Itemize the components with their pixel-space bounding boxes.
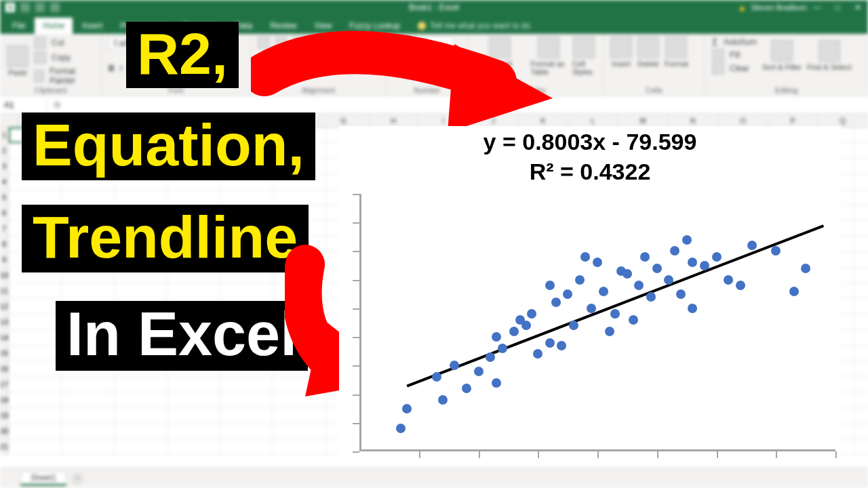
scatter-chart: y = 0.8003x - 79.599 R² = 0.4322 <box>339 126 841 465</box>
overlay-label-inexcel: In Excel <box>56 301 308 371</box>
x-tick <box>479 451 480 458</box>
data-point <box>676 289 686 299</box>
x-tick <box>657 451 658 458</box>
x-tick <box>717 451 718 458</box>
thumbnail-overlay: R2, Equation, Trendline In Excel y = 0.8… <box>0 0 868 488</box>
data-point <box>724 275 733 285</box>
x-tick <box>419 451 420 458</box>
data-point <box>557 341 566 350</box>
data-point <box>396 424 406 433</box>
data-point <box>563 289 572 299</box>
data-point <box>640 252 650 262</box>
y-tick <box>353 222 359 224</box>
data-point <box>575 275 585 285</box>
trendline-equation: y = 0.8003x - 79.599 <box>339 129 841 155</box>
y-tick <box>353 394 359 396</box>
data-point <box>700 261 709 270</box>
data-point <box>670 246 679 256</box>
data-point <box>587 304 596 313</box>
svg-line-0 <box>407 226 823 386</box>
y-tick <box>353 451 359 453</box>
data-point <box>551 298 561 307</box>
data-point <box>771 246 781 256</box>
data-point <box>462 384 471 393</box>
y-tick <box>353 194 359 195</box>
x-tick <box>538 451 539 458</box>
overlay-label-trendline: Trendline <box>22 205 309 272</box>
data-point <box>438 395 448 405</box>
data-point <box>432 372 441 382</box>
data-point <box>736 281 745 290</box>
y-tick <box>353 365 359 367</box>
data-point <box>623 269 632 279</box>
data-point <box>533 349 542 359</box>
data-point <box>498 344 507 353</box>
data-point <box>545 338 555 348</box>
x-tick <box>835 451 837 458</box>
data-point <box>634 281 644 290</box>
data-point <box>664 275 673 285</box>
y-tick <box>353 280 359 281</box>
data-point <box>605 327 614 336</box>
y-tick <box>353 308 359 310</box>
data-point <box>402 404 412 413</box>
overlay-label-r2: R2, <box>126 22 239 88</box>
x-tick <box>776 451 777 458</box>
data-point <box>629 315 638 325</box>
data-point <box>527 309 536 319</box>
y-tick <box>353 423 359 424</box>
data-point <box>492 332 501 342</box>
data-point <box>509 327 519 336</box>
y-tick <box>353 251 359 252</box>
data-point <box>450 361 459 370</box>
data-point <box>712 252 722 262</box>
data-point <box>682 235 692 245</box>
data-point <box>652 264 662 273</box>
data-point <box>593 258 602 267</box>
data-point <box>646 292 656 302</box>
data-point <box>492 378 501 388</box>
data-point <box>801 264 810 273</box>
data-point <box>580 252 590 262</box>
data-point <box>599 287 608 296</box>
trendline <box>359 194 835 451</box>
y-tick <box>353 337 359 338</box>
data-point <box>474 367 484 376</box>
r-squared-value: R² = 0.4322 <box>339 159 841 185</box>
data-point <box>789 287 799 296</box>
data-point <box>569 321 578 330</box>
data-point <box>688 258 697 267</box>
data-point <box>545 281 555 290</box>
x-tick <box>597 451 599 458</box>
data-point <box>486 352 495 362</box>
data-point <box>610 309 620 319</box>
plot-area <box>359 194 835 451</box>
data-point <box>521 321 531 330</box>
data-point <box>688 304 697 313</box>
data-point <box>747 241 757 250</box>
